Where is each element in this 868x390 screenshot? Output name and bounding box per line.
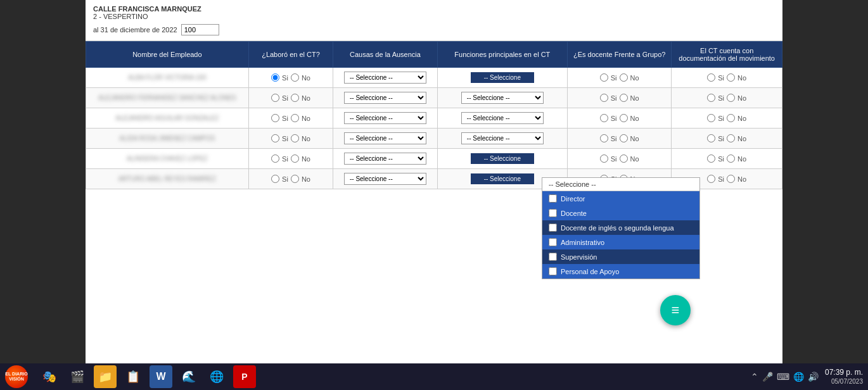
causas-select[interactable]: -- Seleccione --: [344, 173, 426, 185]
docente-radio-no-2[interactable]: [620, 114, 628, 122]
funciones-btn[interactable]: -- Seleccione: [471, 173, 534, 184]
laboro-cell[interactable]: Si No: [248, 129, 333, 149]
docente-radio-si-2[interactable]: [600, 114, 608, 122]
ct-radio-no-4[interactable]: [727, 154, 735, 163]
ct-cell[interactable]: Si No: [672, 68, 782, 88]
checkbox-docente-ingles[interactable]: [549, 223, 557, 232]
radio-si-0[interactable]: [271, 73, 279, 82]
radio-no-4[interactable]: [291, 154, 299, 163]
radio-no-1[interactable]: [291, 94, 299, 102]
laboro-cell[interactable]: Si No: [248, 149, 333, 169]
radio-no-2[interactable]: [291, 114, 299, 122]
docente-cell[interactable]: Si No: [568, 108, 672, 129]
date-input[interactable]: [181, 24, 219, 35]
causas-cell[interactable]: -- Seleccione --: [333, 169, 437, 189]
docente-radio-no-3[interactable]: [620, 134, 628, 142]
checkbox-director[interactable]: [549, 194, 557, 203]
causas-cell[interactable]: -- Seleccione --: [333, 108, 437, 129]
radio-no-5[interactable]: [291, 175, 299, 183]
causas-select[interactable]: -- Seleccione --: [344, 72, 426, 84]
radio-si-1[interactable]: [271, 94, 279, 102]
causas-cell[interactable]: -- Seleccione --: [333, 149, 437, 169]
docente-radio-no-0[interactable]: [620, 73, 628, 82]
checkbox-administrativo[interactable]: [549, 238, 557, 246]
taskbar-app-chrome[interactable]: 🌐: [205, 365, 228, 388]
dropdown-header[interactable]: -- Seleccione --: [542, 178, 699, 191]
checkbox-supervision[interactable]: [549, 253, 557, 261]
radio-si-4[interactable]: [271, 154, 279, 163]
radio-si-5[interactable]: [271, 175, 279, 183]
docente-radio-si-4[interactable]: [600, 154, 608, 163]
dropdown-item-administrativo[interactable]: Administrativo: [542, 235, 699, 249]
volume-icon[interactable]: 🔊: [808, 372, 819, 382]
laboro-cell[interactable]: Si No: [248, 108, 333, 129]
expand-icon[interactable]: ⌃: [751, 372, 758, 382]
checkbox-docente[interactable]: [549, 209, 557, 217]
taskbar-app-pdf[interactable]: P: [233, 365, 256, 388]
docente-cell[interactable]: Si No: [568, 68, 672, 88]
dropdown-item-director[interactable]: Director: [542, 191, 699, 206]
funciones-select[interactable]: -- Seleccione --: [461, 92, 544, 104]
funciones-btn-open[interactable]: -- Seleccione: [471, 72, 534, 83]
ct-radio-no-3[interactable]: [727, 134, 735, 142]
ct-radio-si-5[interactable]: [707, 175, 715, 183]
ct-radio-si-0[interactable]: [707, 73, 715, 82]
fab-button[interactable]: ≡: [660, 295, 691, 325]
ct-radio-no-1[interactable]: [727, 94, 735, 102]
docente-radio-si-3[interactable]: [600, 134, 608, 142]
funciones-btn[interactable]: -- Seleccione: [471, 153, 534, 164]
taskbar-app-files[interactable]: 📁: [94, 365, 117, 388]
funciones-dropdown[interactable]: -- Seleccione -- Director Docente Docent…: [542, 177, 700, 279]
docente-label: Docente: [561, 210, 587, 217]
causas-cell[interactable]: -- Seleccione --: [333, 129, 437, 149]
docente-radio-si-0[interactable]: [600, 73, 608, 82]
funciones-cell[interactable]: -- Seleccione --: [437, 129, 567, 149]
taskbar-app-word[interactable]: W: [150, 365, 172, 388]
laboro-cell[interactable]: Si No: [248, 88, 333, 108]
docente-cell[interactable]: Si No: [568, 129, 672, 149]
taskbar-app-media2[interactable]: 🎬: [66, 365, 89, 388]
taskbar-app-media[interactable]: 🎭: [38, 365, 61, 388]
causas-select[interactable]: -- Seleccione --: [344, 132, 426, 144]
funciones-select[interactable]: -- Seleccione --: [461, 132, 544, 144]
docente-cell[interactable]: Si No: [568, 88, 672, 108]
docente-radio-no-1[interactable]: [620, 94, 628, 102]
ct-radio-si-4[interactable]: [707, 154, 715, 163]
ct-radio-no-0[interactable]: [727, 73, 735, 82]
dropdown-item-personal-apoyo[interactable]: Personal de Apoyo: [542, 264, 699, 279]
ct-cell[interactable]: Si No: [672, 108, 782, 129]
taskbar-app-edge[interactable]: 🌊: [177, 365, 200, 388]
ct-radio-si-3[interactable]: [707, 134, 715, 142]
causas-select[interactable]: -- Seleccione --: [344, 92, 426, 104]
funciones-cell[interactable]: -- Seleccione: [437, 68, 567, 88]
checkbox-personal-apoyo[interactable]: [549, 267, 557, 275]
funciones-cell[interactable]: -- Seleccione --: [437, 88, 567, 108]
dropdown-item-docente-ingles[interactable]: Docente de inglés o segunda lengua: [542, 220, 699, 235]
ct-cell[interactable]: Si No: [672, 149, 782, 169]
radio-si-2[interactable]: [271, 114, 279, 122]
causas-select[interactable]: -- Seleccione --: [344, 112, 426, 124]
laboro-cell[interactable]: Si No: [248, 169, 333, 189]
ct-radio-no-2[interactable]: [727, 114, 735, 122]
ct-radio-si-2[interactable]: [707, 114, 715, 122]
docente-radio-si-1[interactable]: [600, 94, 608, 102]
docente-radio-no-4[interactable]: [620, 154, 628, 163]
radio-no-3[interactable]: [291, 134, 299, 142]
dropdown-item-supervision[interactable]: Supervisión: [542, 249, 699, 264]
causas-cell[interactable]: -- Seleccione --: [333, 68, 437, 88]
causas-select[interactable]: -- Seleccione --: [344, 153, 426, 165]
dropdown-item-docente[interactable]: Docente: [542, 206, 699, 220]
ct-radio-si-1[interactable]: [707, 94, 715, 102]
ct-cell[interactable]: Si No: [672, 129, 782, 149]
funciones-cell[interactable]: -- Seleccione: [437, 149, 567, 169]
funciones-select[interactable]: -- Seleccione --: [461, 112, 544, 124]
radio-no-0[interactable]: [291, 73, 299, 82]
taskbar-app-task[interactable]: 📋: [122, 365, 144, 388]
causas-cell[interactable]: -- Seleccione --: [333, 88, 437, 108]
laboro-cell[interactable]: Si No: [248, 68, 333, 88]
ct-cell[interactable]: Si No: [672, 88, 782, 108]
funciones-cell[interactable]: -- Seleccione --: [437, 108, 567, 129]
docente-cell[interactable]: Si No: [568, 149, 672, 169]
ct-radio-no-5[interactable]: [727, 175, 735, 183]
radio-si-3[interactable]: [271, 134, 279, 142]
